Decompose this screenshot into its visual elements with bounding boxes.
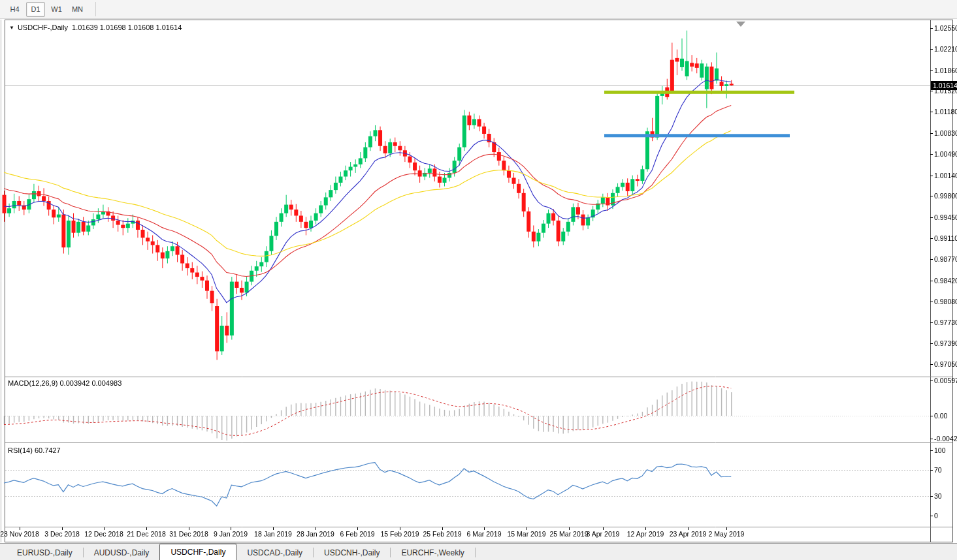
tab-separator: [475, 548, 476, 557]
symbol-tabbar: EURUSD-,Daily AUDUSD-,Daily USDCHF-,Dail…: [0, 543, 957, 560]
macd-axis-label: -0.004243: [934, 435, 957, 443]
rsi-axis-label: 0: [934, 512, 938, 520]
chart-ohlc-values: 1.01639 1.01698 1.01608 1.01614: [72, 23, 182, 31]
date-axis-label: 2 May 2019: [709, 530, 745, 538]
rsi-axis-label: 100: [934, 446, 946, 454]
macd-panel-label: MACD(12,26,9) 0.003942 0.004983: [8, 379, 122, 387]
timeframe-button-h4[interactable]: H4: [5, 2, 24, 17]
date-axis-label: 23 Nov 2018: [0, 530, 39, 538]
timeframe-button-w1[interactable]: W1: [47, 2, 66, 17]
macd-axis-label: 0.00597: [934, 377, 957, 384]
rsi-panel-label: RSI(14) 60.7427: [8, 446, 61, 454]
timeframe-button-mn[interactable]: MN: [68, 2, 87, 17]
date-axis-label: 21 Dec 2018: [127, 530, 166, 538]
price-axis-label: 1.00490: [934, 150, 957, 158]
price-axis-label: 0.99800: [934, 192, 957, 200]
tab-eurusd-daily[interactable]: EURUSD-,Daily: [7, 546, 83, 560]
timeframe-button-d1[interactable]: D1: [26, 2, 45, 17]
date-axis-label: 31 Dec 2018: [169, 530, 208, 538]
date-axis-label: 28 Jan 2019: [297, 530, 334, 538]
chart-title: ▼USDCHF-,Daily 1.01639 1.01698 1.01608 1…: [9, 23, 182, 31]
price-axis-label: 1.01860: [934, 67, 957, 74]
date-axis-label: 25 Mar 2019: [550, 530, 589, 538]
price-axis-label: 0.98080: [934, 298, 957, 305]
macd-axis-label: 0.00: [934, 412, 947, 420]
rsi-value: 60.7427: [35, 446, 61, 454]
price-axis-label: 0.98420: [934, 277, 957, 285]
price-axis-label: 1.01180: [934, 108, 957, 116]
date-axis-label: 9 Jan 2019: [214, 530, 248, 538]
price-axis-label: 0.97050: [934, 360, 957, 368]
tab-usdcad-daily[interactable]: USDCAD-,Daily: [236, 546, 313, 560]
tab-usdcnh-daily[interactable]: USDCNH-,Daily: [314, 546, 390, 560]
date-axis-label: 12 Dec 2018: [84, 530, 123, 538]
trading-app-window: H4 D1 W1 MN ▼USDCHF-,Daily 1.01639 1.016…: [0, 0, 957, 560]
date-axis-label: 6 Feb 2019: [340, 530, 374, 538]
toolbar-separator: [95, 2, 96, 16]
tab-usdchf-daily[interactable]: USDCHF-,Daily: [159, 544, 236, 560]
price-axis-label: 1.00140: [934, 172, 957, 179]
rsi-axis-label: 30: [934, 492, 942, 500]
date-axis-label: 18 Jan 2019: [254, 530, 292, 538]
price-axis-label: 1.02550: [934, 24, 957, 32]
chevron-down-icon[interactable]: ▼: [9, 25, 14, 31]
date-axis-label: 25 Feb 2019: [423, 530, 462, 538]
macd-values: 0.003942 0.004983: [59, 379, 122, 387]
price-axis-label: 1.02210: [934, 45, 957, 53]
price-axis-label: 0.99450: [934, 213, 957, 221]
date-axis-label: 15 Feb 2019: [381, 530, 419, 538]
date-axis-label: 6 Mar 2019: [466, 530, 501, 538]
current-price-tag: 1.01614: [931, 81, 957, 90]
chart-canvas[interactable]: [0, 0, 957, 560]
tab-eurchf-weekly[interactable]: EURCHF-,Weekly: [391, 546, 474, 560]
chart-symbol-label: USDCHF-,Daily: [18, 23, 68, 31]
price-axis-label: 0.98770: [934, 255, 957, 263]
tab-audusd-daily[interactable]: AUDUSD-,Daily: [84, 546, 160, 560]
timeframe-toolbar: H4 D1 W1 MN: [0, 0, 957, 19]
price-axis-label: 0.97730: [934, 319, 957, 326]
date-axis-label: 15 Mar 2019: [508, 530, 546, 538]
date-axis-label: 3 Apr 2019: [587, 530, 620, 538]
date-axis-label: 23 Apr 2019: [670, 530, 707, 538]
price-axis-label: 0.97390: [934, 339, 957, 347]
price-axis-label: 0.99110: [934, 234, 957, 242]
date-axis-label: 12 Apr 2019: [627, 530, 664, 538]
price-axis-label: 1.00830: [934, 129, 957, 137]
rsi-axis-label: 70: [934, 466, 942, 474]
date-axis-label: 3 Dec 2018: [44, 530, 80, 538]
